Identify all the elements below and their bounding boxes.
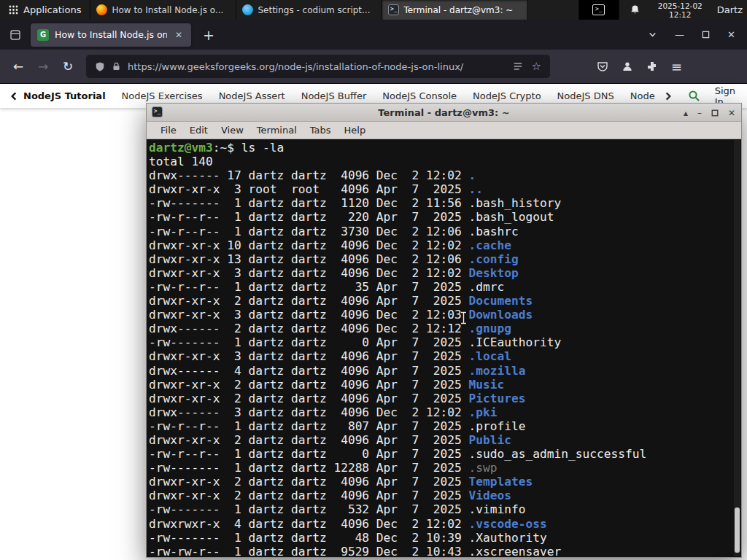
terminal-line: -rw------- 1 dartz dartz 532 Apr 7 2025 …	[149, 502, 741, 516]
tab-favicon: G	[37, 29, 49, 41]
terminal-line: -rw-rw-r-- 1 dartz dartz 9529 Dec 2 10:4…	[149, 545, 741, 557]
terminal-scrollbar-thumb[interactable]	[735, 508, 740, 553]
window-controls: — ✕	[648, 29, 741, 40]
terminal-shade-button[interactable]: ▴	[684, 109, 688, 117]
terminal-line: drwxr-xr-x 2 dartz dartz 4096 Apr 7 2025…	[149, 433, 741, 447]
terminal-line: drwxr-xr-x 2 dartz dartz 4096 Apr 7 2025…	[149, 392, 741, 405]
bookmark-star-icon[interactable]: ☆	[532, 60, 541, 73]
navigation-toolbar: ← → ↻ https://www.geeksforgeeks.org/node…	[0, 50, 747, 84]
user-menu[interactable]: Dartz	[710, 4, 747, 15]
panel-clock[interactable]: 2025-12-02 12:12	[651, 1, 710, 19]
tab-strip: G How to Install Node.js on ✕ + — ✕	[0, 20, 747, 50]
account-icon[interactable]	[622, 61, 633, 72]
minimize-button[interactable]: —	[675, 29, 684, 40]
menu-view[interactable]: View	[214, 125, 250, 136]
nav-link-exercises[interactable]: NodeJS Exercises	[114, 90, 211, 101]
desktop: Applications How to Install Node.js o...…	[0, 0, 747, 560]
reader-mode-icon[interactable]	[513, 61, 523, 71]
reload-button[interactable]: ↻	[57, 55, 79, 77]
terminal-scrollbar[interactable]	[734, 140, 740, 556]
site-search-icon[interactable]	[688, 90, 700, 102]
nav-link-tutorial[interactable]: NodeJS Tutorial	[19, 90, 114, 101]
nav-link-more[interactable]: Node	[622, 90, 663, 101]
terminal-line: drwxrwxr-x 4 dartz dartz 4096 Dec 2 12:0…	[149, 517, 741, 531]
terminal-line: drwxr-xr-x 2 dartz dartz 4096 Apr 7 2025…	[149, 475, 741, 489]
terminal-close-button[interactable]: ✕	[728, 109, 735, 117]
terminal-line: drwxr-xr-x 10 dartz dartz 4096 Dec 2 12:…	[149, 238, 741, 252]
terminal-menubar: File Edit View Terminal Tabs Help	[147, 122, 741, 139]
url-bar[interactable]: https://www.geeksforgeeks.org/node-js/in…	[86, 55, 550, 78]
window-button-firefox[interactable]: How to Install Node.js o...	[90, 0, 236, 20]
window-button-terminal[interactable]: >_ Terminal - dartz@vm3: ~	[382, 0, 528, 20]
nav-scroll-right-icon[interactable]	[663, 91, 673, 101]
terminal-line: -rw-r--r-- 1 dartz dartz 35 Apr 7 2025 .…	[149, 280, 741, 294]
tray-terminal-icon: >_	[592, 4, 605, 15]
new-tab-button[interactable]: +	[197, 24, 220, 46]
extensions-icon[interactable]	[646, 61, 658, 72]
nav-link-assert[interactable]: NodeJS Assert	[211, 90, 293, 101]
user-name: Dartz	[717, 4, 743, 15]
menu-help[interactable]: Help	[338, 125, 373, 136]
terminal-output[interactable]: dartz@vm3:~$ ls -latotal 140drwx------ 1…	[147, 139, 741, 557]
top-panel: Applications How to Install Node.js o...…	[0, 0, 747, 20]
back-button[interactable]: ←	[7, 55, 29, 77]
menu-edit[interactable]: Edit	[183, 125, 214, 136]
terminal-line: drwxr-xr-x 2 dartz dartz 4096 Apr 7 2025…	[149, 378, 741, 392]
urlbar-actions: ☆	[513, 60, 541, 73]
terminal-window: >_ Terminal - dartz@vm3: ~ ▴ – ✕ File Ed…	[146, 103, 742, 558]
pocket-icon[interactable]	[597, 61, 608, 72]
applications-label: Applications	[23, 4, 81, 15]
nav-link-buffer[interactable]: NodeJS Buffer	[293, 90, 375, 101]
terminal-icon: >_	[388, 4, 399, 15]
firefox-view-button[interactable]	[6, 26, 25, 44]
bell-icon	[630, 4, 640, 15]
nav-scroll-left-icon[interactable]	[9, 91, 19, 101]
terminal-window-icon: >_	[152, 106, 163, 117]
tray-area[interactable]: >_	[578, 0, 619, 20]
window-button-label: How to Install Node.js o...	[112, 5, 230, 15]
nav-link-crypto[interactable]: NodeJS Crypto	[465, 90, 549, 101]
close-button[interactable]: ✕	[727, 29, 735, 40]
terminal-window-controls: ▴ – ✕	[684, 104, 735, 122]
terminal-line: drwxr-xr-x 2 dartz dartz 4096 Apr 7 2025…	[149, 294, 741, 308]
browser-tab[interactable]: G How to Install Node.js on ✕	[31, 23, 191, 47]
terminal-line: drwx------ 4 dartz dartz 4096 Apr 7 2025…	[149, 364, 741, 378]
nav-link-console[interactable]: NodeJS Console	[374, 90, 465, 101]
terminal-maximize-button[interactable]	[711, 109, 719, 117]
terminal-line: -rw------- 1 dartz dartz 48 Dec 2 10:39 …	[149, 531, 741, 545]
clock-time: 12:12	[658, 10, 703, 19]
maximize-button[interactable]	[702, 31, 710, 39]
terminal-line: drwxr-xr-x 13 dartz dartz 4096 Dec 2 12:…	[149, 252, 741, 266]
codium-icon	[242, 4, 253, 15]
clock-date: 2025-12-02	[658, 1, 703, 10]
list-tabs-chevron-icon[interactable]	[648, 30, 657, 39]
forward-button[interactable]: →	[32, 55, 54, 77]
tab-close-button[interactable]: ✕	[173, 28, 185, 42]
toolbar-right: ≡	[597, 59, 688, 74]
terminal-line: drwx------ 3 dartz dartz 4096 Dec 2 12:0…	[149, 405, 741, 419]
window-button-label: Settings - codium script...	[258, 5, 376, 15]
terminal-line: total 140	[149, 155, 741, 168]
terminal-titlebar[interactable]: >_ Terminal - dartz@vm3: ~ ▴ – ✕	[147, 104, 741, 122]
notifications-button[interactable]	[619, 4, 651, 15]
menu-terminal[interactable]: Terminal	[250, 125, 303, 136]
menu-file[interactable]: File	[154, 125, 183, 136]
terminal-window-title: Terminal - dartz@vm3: ~	[147, 107, 741, 118]
lock-icon[interactable]	[112, 61, 121, 71]
panel-right: >_ 2025-12-02 12:12 Dartz	[578, 0, 747, 20]
terminal-line: drwxr-xr-x 3 dartz dartz 4096 Dec 2 12:0…	[149, 308, 741, 322]
terminal-line: -rw-r--r-- 1 dartz dartz 807 Apr 7 2025 …	[149, 419, 741, 433]
menu-tabs[interactable]: Tabs	[303, 125, 338, 136]
url-text: https://www.geeksforgeeks.org/node-js/in…	[128, 61, 506, 72]
nav-link-dns[interactable]: NodeJS DNS	[549, 90, 622, 101]
terminal-line: drwxr-xr-x 3 root root 4096 Apr 7 2025 .…	[149, 182, 741, 196]
window-button-label: Terminal - dartz@vm3: ~	[403, 5, 522, 15]
tracking-shield-icon[interactable]	[95, 61, 105, 72]
applications-menu[interactable]: Applications	[0, 0, 90, 20]
terminal-line: drwx------ 17 dartz dartz 4096 Dec 2 12:…	[149, 168, 741, 182]
terminal-line: -rw------- 1 dartz dartz 12288 Apr 7 202…	[149, 461, 741, 475]
window-button-codium[interactable]: Settings - codium script...	[236, 0, 382, 20]
terminal-line: -rw-r--r-- 1 dartz dartz 220 Apr 7 2025 …	[149, 210, 741, 224]
menu-icon[interactable]: ≡	[671, 59, 682, 74]
terminal-minimize-button[interactable]: –	[697, 109, 702, 117]
